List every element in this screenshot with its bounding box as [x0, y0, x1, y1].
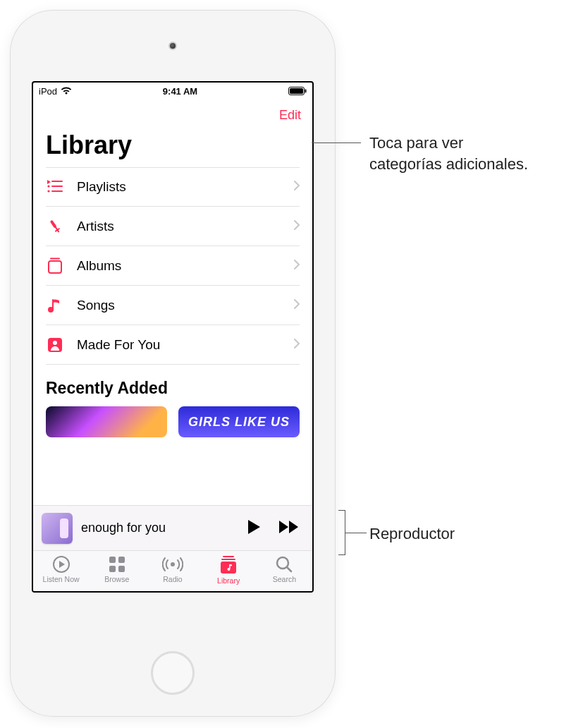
chevron-right-icon: [294, 299, 300, 312]
browse-icon: [108, 555, 126, 574]
search-icon: [275, 555, 293, 574]
album-title: GIRLS LIKE US: [188, 415, 290, 430]
tab-bar: Listen Now Browse Radio Library: [33, 550, 312, 591]
svg-point-21: [171, 562, 175, 566]
carrier-label: iPod: [39, 86, 57, 97]
svg-rect-20: [118, 566, 125, 572]
edit-button[interactable]: Edit: [279, 108, 301, 123]
device-frame: iPod 9:41 AM Edit Library P: [11, 11, 335, 716]
nav-bar: Edit: [33, 99, 312, 131]
play-button[interactable]: [242, 514, 266, 542]
library-row-artists[interactable]: Artists: [46, 207, 300, 246]
svg-rect-2: [305, 90, 307, 93]
chevron-right-icon: [294, 339, 300, 351]
battery-icon: [288, 87, 307, 95]
callout-leader: [312, 142, 361, 143]
status-bar: iPod 9:41 AM: [33, 83, 312, 99]
svg-rect-18: [118, 557, 125, 563]
listen-now-icon: [52, 555, 70, 574]
status-left: iPod: [39, 86, 72, 97]
tab-label: Listen Now: [43, 575, 80, 583]
forward-button[interactable]: [274, 516, 304, 540]
wifi-icon: [61, 87, 72, 95]
now-playing-bar[interactable]: enough for you: [33, 505, 312, 550]
status-right: [288, 87, 307, 95]
tab-radio[interactable]: Radio: [148, 555, 197, 583]
svg-point-6: [47, 185, 49, 187]
album-tile[interactable]: [46, 406, 167, 437]
tab-library[interactable]: Library: [204, 555, 253, 585]
device-top: [168, 11, 177, 81]
clock: 9:41 AM: [72, 86, 288, 97]
tab-label: Search: [273, 575, 296, 583]
library-row-label: Artists: [77, 219, 281, 234]
library-row-songs[interactable]: Songs: [46, 286, 300, 325]
callout-leader: [345, 533, 367, 533]
now-playing-artwork: [42, 513, 73, 544]
svg-rect-11: [49, 261, 61, 273]
callout-edit: Toca para ver categorías adicionales.: [369, 133, 528, 174]
playlists-icon: [46, 179, 64, 195]
svg-rect-24: [221, 562, 236, 574]
tab-label: Radio: [163, 575, 182, 583]
library-row-label: Songs: [77, 298, 281, 313]
svg-point-7: [47, 190, 49, 192]
svg-rect-17: [109, 557, 116, 563]
svg-point-15: [53, 341, 57, 345]
page-title: Library: [33, 131, 312, 167]
screen: iPod 9:41 AM Edit Library P: [32, 81, 314, 593]
svg-line-27: [287, 567, 291, 571]
radio-icon: [162, 555, 183, 574]
library-icon: [219, 555, 238, 575]
tab-search[interactable]: Search: [259, 555, 309, 583]
artists-icon: [46, 218, 64, 235]
tab-label: Browse: [104, 575, 129, 583]
made-for-you-icon: [46, 337, 64, 353]
svg-point-13: [48, 307, 54, 313]
library-row-label: Made For You: [77, 337, 281, 353]
svg-rect-19: [109, 566, 116, 572]
library-row-playlists[interactable]: Playlists: [46, 167, 300, 207]
tab-label: Library: [217, 576, 240, 585]
library-list: Playlists Artists Albums: [33, 167, 312, 365]
tab-listen-now[interactable]: Listen Now: [37, 555, 86, 583]
songs-icon: [46, 297, 64, 314]
chevron-right-icon: [294, 220, 300, 233]
library-row-label: Albums: [77, 258, 281, 274]
front-camera: [168, 42, 177, 50]
tab-browse[interactable]: Browse: [92, 555, 142, 583]
recently-added-header: Recently Added: [33, 365, 312, 406]
chevron-right-icon: [294, 260, 300, 272]
svg-rect-1: [290, 88, 303, 94]
library-row-made-for-you[interactable]: Made For You: [46, 325, 300, 365]
recently-added-grid[interactable]: GIRLS LIKE US: [33, 406, 312, 437]
library-row-albums[interactable]: Albums: [46, 246, 300, 286]
svg-point-25: [228, 568, 231, 571]
callout-player: Reproductor: [369, 523, 455, 545]
album-tile[interactable]: GIRLS LIKE US: [178, 406, 300, 437]
library-row-label: Playlists: [77, 179, 281, 195]
now-playing-title: enough for you: [81, 521, 233, 535]
callout-bracket: [338, 510, 345, 555]
albums-icon: [46, 257, 64, 274]
chevron-right-icon: [294, 181, 300, 193]
home-button[interactable]: [151, 651, 195, 695]
